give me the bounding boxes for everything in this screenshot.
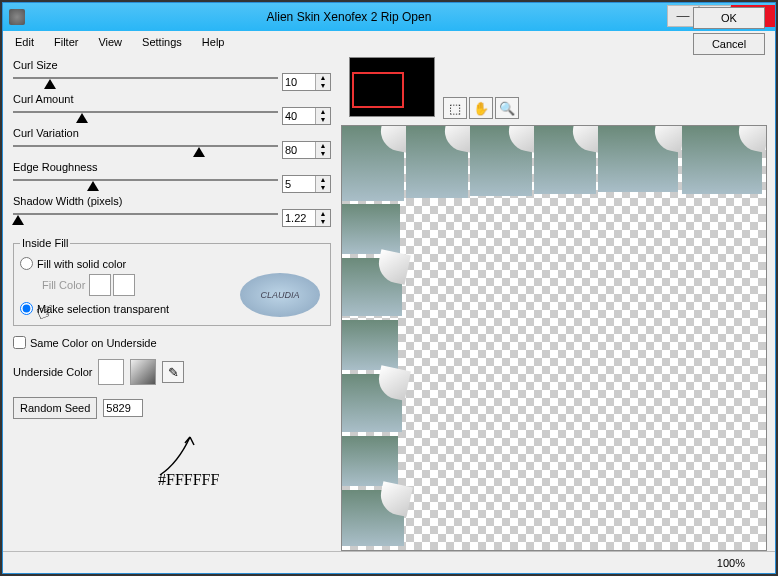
effect-preview[interactable] (341, 125, 767, 551)
menu-settings[interactable]: Settings (134, 34, 190, 50)
curl-size-down[interactable]: ▼ (316, 82, 330, 90)
random-seed-input[interactable] (103, 399, 143, 417)
curl-size-up[interactable]: ▲ (316, 74, 330, 82)
controls-panel: Curl Size ▲▼ Curl Amount ▲▼ Curl Variati… (3, 53, 341, 551)
inside-fill-legend: Inside Fill (20, 237, 70, 249)
curl-amount-up[interactable]: ▲ (316, 108, 330, 116)
navigator-thumbnail[interactable] (349, 57, 435, 117)
app-icon (9, 9, 25, 25)
fill-color-swatch[interactable] (89, 274, 111, 296)
fill-transparent-radio[interactable] (20, 302, 33, 315)
hand-tool-button[interactable]: ✋ (469, 97, 493, 119)
move-icon: ⬚ (449, 101, 461, 116)
fill-solid-label: Fill with solid color (37, 258, 126, 270)
menu-help[interactable]: Help (194, 34, 233, 50)
curl-variation-slider[interactable] (13, 143, 278, 157)
window-title: Alien Skin Xenofex 2 Rip Open (31, 10, 667, 24)
menu-edit[interactable]: Edit (7, 34, 42, 50)
zoom-level: 100% (717, 557, 745, 569)
shadow-width-slider[interactable] (13, 211, 278, 225)
curl-variation-input[interactable] (283, 144, 315, 156)
underside-color-label: Underside Color (13, 366, 92, 378)
fill-color-label: Fill Color (42, 279, 85, 291)
edge-roughness-up[interactable]: ▲ (316, 176, 330, 184)
same-color-checkbox[interactable] (13, 336, 26, 349)
menubar: Edit Filter View Settings Help (3, 31, 775, 53)
claudia-logo-icon: CLAUDIA (240, 273, 320, 317)
curl-amount-slider[interactable] (13, 109, 278, 123)
eyedropper-button[interactable]: ✎ (162, 361, 184, 383)
cancel-button[interactable]: Cancel (693, 33, 765, 55)
curl-variation-up[interactable]: ▲ (316, 142, 330, 150)
fill-solid-radio[interactable] (20, 257, 33, 270)
curl-size-label: Curl Size (13, 59, 331, 71)
curl-amount-label: Curl Amount (13, 93, 331, 105)
move-tool-button[interactable]: ⬚ (443, 97, 467, 119)
underside-color-swatch[interactable] (98, 359, 124, 385)
same-color-label: Same Color on Underside (30, 337, 157, 349)
edge-roughness-label: Edge Roughness (13, 161, 331, 173)
curl-variation-down[interactable]: ▼ (316, 150, 330, 158)
edge-roughness-slider[interactable] (13, 177, 278, 191)
curl-amount-down[interactable]: ▼ (316, 116, 330, 124)
fill-color-swatch-secondary[interactable] (113, 274, 135, 296)
edge-roughness-down[interactable]: ▼ (316, 184, 330, 192)
edge-roughness-input[interactable] (283, 178, 315, 190)
magnifier-icon: 🔍 (499, 101, 515, 116)
shadow-width-label: Shadow Width (pixels) (13, 195, 331, 207)
curl-variation-label: Curl Variation (13, 127, 331, 139)
menu-filter[interactable]: Filter (46, 34, 86, 50)
annotation-hex-text: #FFFFFF (158, 471, 219, 489)
navigator-viewport-box[interactable] (352, 72, 404, 108)
statusbar: 100% (3, 551, 775, 573)
ok-button[interactable]: OK (693, 7, 765, 29)
random-seed-button[interactable]: Random Seed (13, 397, 97, 419)
shadow-width-input[interactable] (283, 212, 315, 224)
curl-amount-input[interactable] (283, 110, 315, 122)
hand-icon: ✋ (473, 101, 489, 116)
inside-fill-group: Inside Fill Fill with solid color Fill C… (13, 237, 331, 326)
underside-gradient-swatch[interactable] (130, 359, 156, 385)
curl-size-input[interactable] (283, 76, 315, 88)
eyedropper-icon: ✎ (168, 365, 179, 380)
shadow-width-down[interactable]: ▼ (316, 218, 330, 226)
shadow-width-up[interactable]: ▲ (316, 210, 330, 218)
preview-panel: ⬚ ✋ 🔍 (341, 53, 775, 551)
plugin-window: Alien Skin Xenofex 2 Rip Open — ☐ ✕ Edit… (2, 2, 776, 574)
curl-size-slider[interactable] (13, 75, 278, 89)
zoom-tool-button[interactable]: 🔍 (495, 97, 519, 119)
menu-view[interactable]: View (90, 34, 130, 50)
titlebar: Alien Skin Xenofex 2 Rip Open — ☐ ✕ (3, 3, 775, 31)
